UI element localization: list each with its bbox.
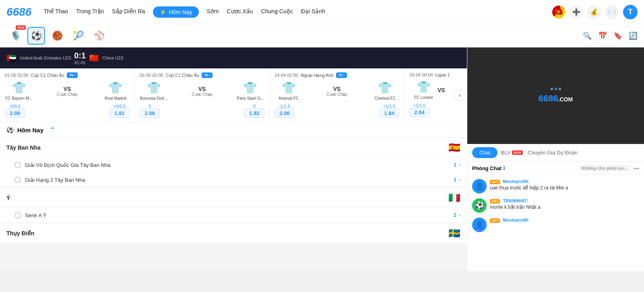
chat-content-2: VIP3 Monlepro99: xyxy=(490,218,639,223)
match-teams-1: 👕 Borussia Dort... VS Cược Chấp 👕 Paris … xyxy=(140,81,264,101)
chat-msg-0: 👤 VIP3 Monlepro99: uae thua trước dễ hiệ… xyxy=(472,179,639,193)
league-name-0-1: Giải Hạng 2 Tây Ban Nha xyxy=(25,177,454,183)
score: 0:1 xyxy=(74,51,86,60)
vs-block-1: VS Cược Chấp xyxy=(192,86,212,97)
card-header-3: 25-04 00:00 Ligue 1 xyxy=(409,72,467,77)
chat-more-icon[interactable]: ••• xyxy=(634,165,639,171)
handicap-val2-0: +0/0.5 xyxy=(109,104,130,109)
chat-user-2: Monlepro99: xyxy=(503,218,529,222)
sport-item-basketball[interactable]: 🏀 xyxy=(48,27,66,45)
handicap-val2-2: +1/1.5 xyxy=(379,104,399,109)
team2-shirt-0: 👕 xyxy=(108,81,122,95)
odds-btn-2-0[interactable]: 1.81 xyxy=(109,109,130,118)
odds-btn-1-1[interactable]: 2.08 xyxy=(140,109,160,118)
nav-dai-sanh[interactable]: Đại Sảnh xyxy=(301,6,325,18)
country-header-0[interactable]: Tây Ban Nha 🇪🇸 xyxy=(0,138,467,158)
odds-btn-2-2[interactable]: 1.84 xyxy=(379,109,399,118)
card-league-1: Cúp C1 Châu Âu xyxy=(166,73,199,78)
match-odds-3: +1/1.5 2.04 xyxy=(409,103,467,117)
match-odds-1: 0 2.08 0 1.82 xyxy=(140,104,264,118)
live-num-2[interactable]: 75 › xyxy=(336,72,347,78)
odds-btn-1-3[interactable]: 2.04 xyxy=(409,108,429,117)
chat-tab-chat[interactable]: Chat xyxy=(472,147,497,158)
mail-icon-button[interactable]: ✉️ xyxy=(605,6,618,19)
vs-label-2: VS xyxy=(326,86,347,92)
nav-sap-dien-ra[interactable]: Sắp Diễn Ra xyxy=(112,6,145,18)
calendar-icon[interactable]: 📅 xyxy=(598,31,607,40)
country-name-0: Tây Ban Nha xyxy=(6,144,41,151)
chat-avatar-1: ⚽ xyxy=(472,198,487,213)
team1-block-3: 👕 FC Lorient xyxy=(409,80,438,100)
live-score-display: 0:1 45:49 xyxy=(74,51,86,65)
chat-tab-expert[interactable]: Chuyên Gia Dự Đoán xyxy=(528,150,578,156)
country-header-1[interactable]: Ý 🇮🇹 xyxy=(0,188,467,208)
match-card-1: 02-05 02:00 Cúp C1 Châu Âu 75 › 👕 Boruss… xyxy=(135,68,270,122)
odds-group-right-2: +1/1.5 1.84 xyxy=(379,104,399,118)
refresh-icon[interactable]: 🔄 xyxy=(629,31,638,40)
league-count-0-1: 1 xyxy=(454,177,456,183)
league-row-1-0[interactable]: Serie A Ý 2 › xyxy=(0,208,467,223)
radio-0-1[interactable] xyxy=(14,177,21,183)
country-header-2[interactable]: Thụy Điển 🇸🇪 xyxy=(0,224,467,243)
odds-btn-1-0[interactable]: 2.09 xyxy=(5,109,25,118)
nav-cuoc-xau[interactable]: Cược Xấu xyxy=(227,6,253,18)
flag-button[interactable]: 🇻🇳 0 xyxy=(552,6,565,19)
sport-item-mic[interactable]: 🎙️ NEW xyxy=(6,27,24,45)
nav-som[interactable]: Sớm xyxy=(207,6,219,18)
odds-btn-1-2[interactable]: 2.06 xyxy=(275,109,295,118)
plus-icon-button[interactable]: ➕ xyxy=(570,6,583,19)
radio-1-0[interactable] xyxy=(14,212,21,218)
bookmark-icon[interactable]: 🔖 xyxy=(613,31,622,40)
chat-msg-1: ⚽ VIP3 TRANNHAT: monle k bắt trận Nhật a xyxy=(472,198,639,213)
team2-block-1: 👕 Paris Saint G... xyxy=(236,81,264,101)
chat-user-0: Monlepro99: xyxy=(503,179,529,184)
chat-avatar-2: 👤 xyxy=(472,218,487,232)
live-match: 🇦🇪 United Arab Emirates U23 0:1 45:49 🇨🇳… xyxy=(6,51,123,65)
match-card-0: 01-05 02:00 Cúp C1 Châu Âu 75 › 👕 FC Bay… xyxy=(0,68,135,122)
team1-shirt-0: 👕 xyxy=(12,81,26,95)
section-title: Hôm Nay xyxy=(17,127,43,134)
country-flag-0: 🇪🇸 xyxy=(448,142,460,153)
team1-shirt-2: 👕 xyxy=(282,81,296,95)
avatar[interactable]: T xyxy=(623,5,638,19)
league-row-0-1[interactable]: Giải Hạng 2 Tây Ban Nha 1 › xyxy=(0,173,467,187)
match-odds-0: -0/0.5 2.09 +0/0.5 1.81 xyxy=(5,104,130,118)
odds1-val-2: 2.06 xyxy=(279,110,289,116)
info-icon[interactable]: ℹ xyxy=(503,165,505,171)
logo[interactable]: 6686 xyxy=(6,6,31,19)
card-header-0: 01-05 02:00 Cúp C1 Châu Âu 75 › xyxy=(5,72,130,78)
chevron-1-0: › xyxy=(459,212,460,218)
team1-name-0: FC Bayern M... xyxy=(5,96,33,101)
collapse-icon[interactable]: ⌃ xyxy=(50,126,55,134)
nav-trong-tran[interactable]: Trong Trận xyxy=(76,6,104,18)
country-flag-1: 🇮🇹 xyxy=(448,192,460,204)
handicap-label-2: Cược Chấp xyxy=(326,92,347,97)
league-count-1-0: 2 xyxy=(454,212,456,218)
team1-block-0: 👕 FC Bayern M... xyxy=(5,81,33,101)
odds-btn-2-1[interactable]: 1.82 xyxy=(244,109,264,118)
radio-0-0[interactable] xyxy=(14,162,21,168)
sport-item-tennis[interactable]: 🎾 xyxy=(69,27,87,45)
odds-group-right-0: +0/0.5 1.81 xyxy=(109,104,130,118)
sport-item-soccer[interactable]: ⚽ xyxy=(27,27,45,45)
nav-hom-nay[interactable]: Hôm Nay xyxy=(153,6,198,18)
match-teams-0: 👕 FC Bayern M... VS Cược Chấp 👕 Real Mad… xyxy=(5,81,130,101)
search-icon[interactable]: 🔍 xyxy=(583,31,592,40)
league-row-0-0[interactable]: Giải Vô Địch Quốc Gia Tây Ban Nha 1 › xyxy=(0,158,467,173)
sport-item-baseball[interactable]: ⚾ xyxy=(90,27,108,45)
live-num-0[interactable]: 75 › xyxy=(67,72,78,78)
odds2-val-2: 1.84 xyxy=(384,110,394,116)
chat-tab-blv[interactable]: BLV NEW xyxy=(501,150,522,156)
nav-chung-cuoc[interactable]: Chung Cuộc xyxy=(261,6,293,18)
nav-the-thao[interactable]: Thể Thao xyxy=(43,6,68,18)
wallet-icon-button[interactable]: 💰 xyxy=(588,6,601,19)
scroll-right-arrow[interactable]: › xyxy=(454,90,465,101)
video-logo: 6686.COM xyxy=(539,93,573,104)
live-num-1[interactable]: 75 › xyxy=(202,72,213,78)
team2-shirt-2: 👕 xyxy=(378,81,392,95)
chat-username-0: VIP3 Monlepro99: xyxy=(490,179,639,184)
chevron-right-0: › xyxy=(74,73,75,77)
section-soccer-icon: ⚽ xyxy=(6,126,14,134)
match-card-2: 24-04 02:00 Ngoại Hạng Anh 75 › 👕 Arsena… xyxy=(270,68,405,122)
live-count-1: 75 xyxy=(204,73,208,77)
